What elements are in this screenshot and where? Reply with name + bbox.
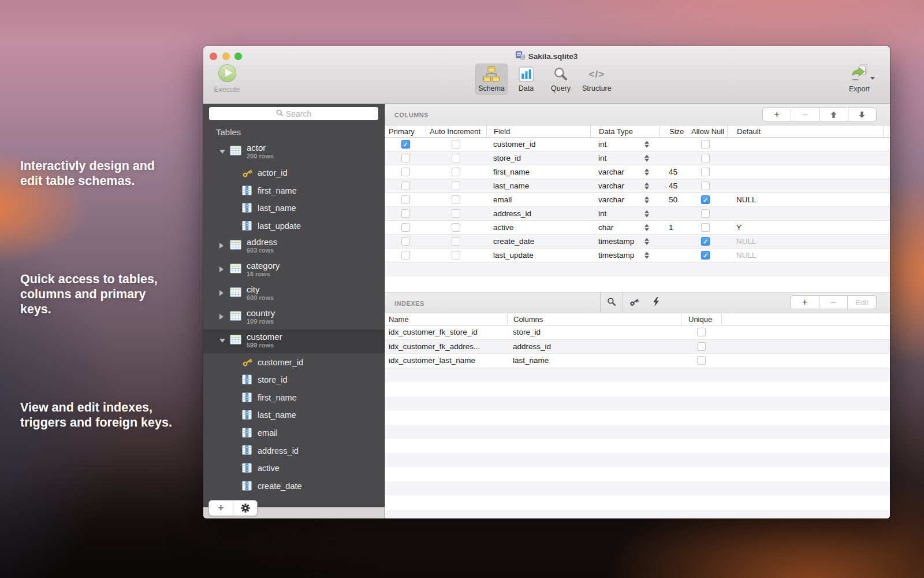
primary-checkbox[interactable] — [401, 154, 410, 162]
foreign-keys-button[interactable] — [623, 292, 645, 313]
stepper-icon[interactable] — [644, 238, 649, 245]
primary-checkbox[interactable] — [401, 168, 410, 176]
sidebar-column-item-active[interactable]: active — [203, 460, 385, 477]
auto-increment-checkbox[interactable] — [452, 154, 460, 162]
sidebar-column-item-store_id[interactable]: store_id — [203, 371, 385, 389]
column-row[interactable]: first_namevarchar45 — [385, 165, 890, 179]
allow-null-checkbox[interactable] — [701, 223, 710, 232]
sidebar-column-item-customer_id[interactable]: customer_id — [203, 353, 385, 371]
data-type-cell[interactable]: varchar — [590, 179, 660, 192]
stepper-icon[interactable] — [644, 154, 649, 162]
sidebar-column-item-actor_id[interactable]: actor_id — [203, 164, 385, 182]
indexes-search-button[interactable] — [600, 292, 623, 313]
sidebar-column-item-last_update[interactable]: last_update — [203, 217, 385, 235]
header-index-unique[interactable]: Unique — [681, 313, 721, 325]
auto-increment-checkbox[interactable] — [452, 209, 460, 218]
column-row[interactable]: address_idint — [385, 207, 890, 221]
edit-index-button[interactable]: Edit — [847, 296, 876, 309]
sidebar-column-item-last_name[interactable]: last_name — [203, 406, 385, 424]
column-row[interactable]: last_namevarchar45 — [385, 179, 890, 193]
auto-increment-checkbox[interactable] — [452, 195, 460, 204]
disclosure-triangle-icon[interactable] — [219, 266, 223, 272]
sidebar-column-item-last_name[interactable]: last_name — [203, 199, 385, 217]
add-column-button[interactable]: + — [763, 108, 791, 121]
data-type-cell[interactable]: int — [590, 151, 660, 165]
disclosure-triangle-icon[interactable] — [219, 150, 225, 154]
allow-null-checkbox[interactable] — [701, 168, 710, 176]
index-row[interactable]: idx_customer_last_namelast_name — [385, 354, 890, 368]
stepper-icon[interactable] — [644, 182, 649, 190]
auto-increment-checkbox[interactable] — [452, 168, 460, 176]
header-index-columns[interactable]: Columns — [507, 313, 681, 325]
auto-increment-checkbox[interactable] — [452, 140, 460, 149]
primary-checkbox[interactable] — [401, 251, 410, 260]
toolbar-tab-schema[interactable]: Schema — [475, 64, 508, 95]
data-type-cell[interactable]: timestamp — [590, 235, 660, 248]
disclosure-triangle-icon[interactable] — [219, 339, 225, 343]
sidebar-table-item-customer[interactable]: customer599 rows — [203, 329, 385, 353]
toolbar-tab-query[interactable]: Query — [545, 64, 577, 95]
auto-increment-checkbox[interactable] — [452, 251, 460, 260]
sidebar-column-item-first_name[interactable]: first_name — [203, 389, 385, 407]
column-row[interactable]: create_datetimestampNULL — [385, 235, 890, 249]
auto-increment-checkbox[interactable] — [452, 223, 460, 232]
triggers-button[interactable] — [645, 292, 667, 313]
column-row[interactable]: activechar1Y — [385, 221, 890, 235]
auto-increment-checkbox[interactable] — [452, 181, 460, 190]
stepper-icon[interactable] — [644, 140, 649, 148]
auto-increment-checkbox[interactable] — [452, 237, 460, 246]
add-index-button[interactable]: + — [791, 296, 819, 309]
primary-checkbox[interactable] — [401, 140, 410, 149]
move-column-down-button[interactable] — [848, 108, 876, 121]
disclosure-triangle-icon[interactable] — [219, 314, 223, 320]
sidebar-column-item-email[interactable]: email — [203, 424, 385, 442]
header-auto-increment[interactable]: Auto Increment — [426, 125, 486, 137]
sidebar-column-item-create_date[interactable]: create_date — [203, 477, 385, 495]
stepper-icon[interactable] — [644, 210, 649, 217]
column-row[interactable]: emailvarchar50NULL — [385, 193, 890, 207]
header-default[interactable]: Default — [727, 125, 890, 137]
column-row[interactable]: customer_idint — [385, 138, 890, 151]
add-table-button[interactable]: + — [209, 501, 233, 516]
column-row[interactable]: last_updatetimestampNULL — [385, 249, 890, 262]
column-row[interactable]: store_idint — [385, 151, 890, 165]
header-field[interactable]: Field — [486, 125, 590, 137]
primary-checkbox[interactable] — [401, 195, 410, 204]
allow-null-checkbox[interactable] — [701, 237, 710, 246]
sidebar-column-item-address_id[interactable]: address_id — [203, 442, 385, 460]
primary-checkbox[interactable] — [401, 237, 410, 246]
sidebar-table-item-address[interactable]: address603 rows — [203, 235, 385, 258]
data-type-cell[interactable]: timestamp — [590, 249, 660, 262]
stepper-icon[interactable] — [644, 168, 649, 176]
stepper-icon[interactable] — [644, 196, 649, 203]
allow-null-checkbox[interactable] — [701, 209, 710, 218]
header-primary[interactable]: Primary — [385, 125, 426, 137]
gear-button[interactable] — [233, 501, 257, 516]
sidebar-table-item-country[interactable]: country109 rows — [203, 306, 385, 329]
stepper-icon[interactable] — [644, 224, 649, 231]
data-type-cell[interactable]: varchar — [590, 193, 660, 206]
execute-button[interactable]: Execute — [211, 64, 243, 94]
header-index-name[interactable]: Name — [385, 313, 507, 325]
sidebar-table-item-actor[interactable]: actor200 rows — [203, 140, 385, 164]
data-type-cell[interactable]: int — [590, 138, 660, 151]
toolbar-tab-data[interactable]: Data — [510, 64, 542, 95]
remove-column-button[interactable]: – — [791, 108, 819, 121]
header-allow-null[interactable]: Allow Null — [684, 125, 727, 137]
header-data-type[interactable]: Data Type — [590, 125, 660, 137]
unique-checkbox[interactable] — [697, 328, 706, 336]
disclosure-triangle-icon[interactable] — [219, 243, 223, 249]
export-button[interactable]: Export — [841, 64, 877, 93]
sidebar-table-item-category[interactable]: category16 rows — [203, 258, 385, 282]
disclosure-triangle-icon[interactable] — [219, 290, 223, 296]
move-column-up-button[interactable] — [819, 108, 848, 121]
header-size[interactable]: Size — [660, 125, 684, 137]
search-input[interactable]: Search — [209, 107, 378, 120]
primary-checkbox[interactable] — [401, 181, 410, 190]
sidebar-column-item-first_name[interactable]: first_name — [203, 182, 385, 200]
primary-checkbox[interactable] — [401, 223, 410, 232]
allow-null-checkbox[interactable] — [701, 140, 710, 149]
unique-checkbox[interactable] — [697, 356, 706, 365]
stepper-icon[interactable] — [644, 251, 649, 259]
index-row[interactable]: idx_customer_fk_store_idstore_id — [385, 325, 890, 340]
